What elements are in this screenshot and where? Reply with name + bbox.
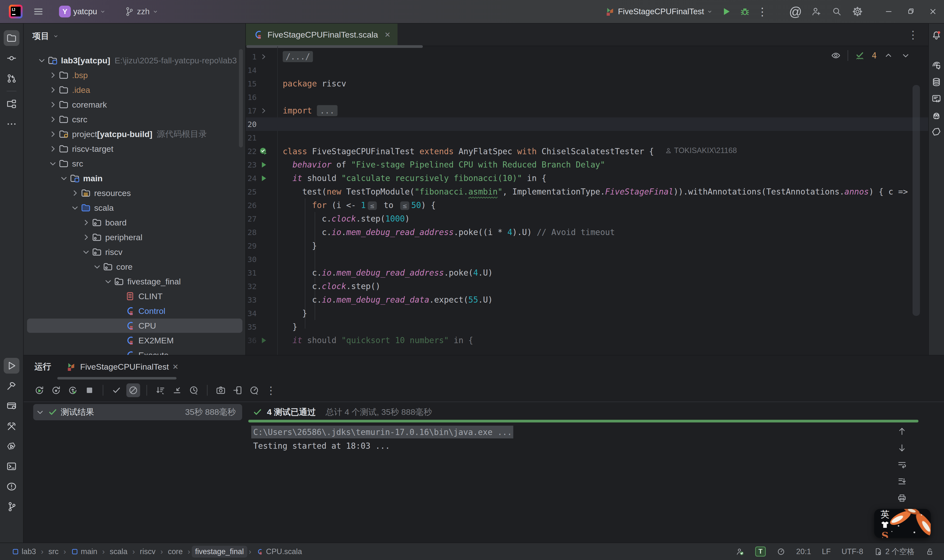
editor-tab-fivestagecpufinaltest[interactable]: FiveStageCPUFinalTest.scala ✕ [246,23,398,46]
breadcrumb-core[interactable]: core [165,546,186,557]
chevron-down-icon[interactable] [69,202,80,213]
pull-requests-icon[interactable] [4,71,19,86]
chevron-down-icon[interactable] [59,173,69,184]
code-line-27[interactable]: 27 c.clock.step(1000) [246,212,928,226]
sbt-hexagon-icon[interactable] [4,438,19,454]
tree-item-riscv[interactable]: riscv [23,245,246,259]
tree-item-idea[interactable]: .idea [23,83,246,97]
commit-icon[interactable] [4,50,19,66]
ime-mode-button[interactable]: 英 [881,509,889,519]
tree-item-bsp[interactable]: .bsp [23,68,246,83]
tree-item-main[interactable]: main [23,171,246,186]
project-widget[interactable]: Y yatcpu [55,4,110,19]
tree-item-resources[interactable]: resources [23,186,246,200]
profile-rerun-button[interactable] [66,383,80,397]
code-line-29[interactable]: 29 } [246,239,928,252]
code-line-28[interactable]: 28 c.io.mem_debug_read_address.poke((i *… [246,226,928,239]
code-with-me-button[interactable] [806,4,827,19]
project-tree-scrollbar[interactable] [239,49,243,148]
folded-region[interactable]: ... [317,105,338,116]
code-line-24[interactable]: 24 it should "calculate recursively fibo… [246,171,928,185]
more-horizontal-icon[interactable] [4,116,19,132]
author-annotation[interactable]: TOKISAKIX\21168 [665,146,737,155]
chevron-right-icon[interactable] [48,129,58,140]
code-line-17[interactable]: 17import ... [246,104,928,117]
hexagon-icon[interactable] [930,125,943,139]
test-duration-button[interactable] [187,383,201,397]
ime-skin-shirt-icon[interactable] [879,520,890,531]
ime-logo-button[interactable]: S [882,531,889,538]
breadcrumb-main[interactable]: main [68,546,101,557]
printer-button[interactable] [897,493,907,503]
close-tab-icon[interactable]: ✕ [384,31,391,39]
test-results-row[interactable]: 测试结果 35秒 888毫秒 [33,404,242,420]
tree-item-control[interactable]: Control [23,303,246,318]
code-line-1[interactable]: 1/.../ [246,50,928,63]
breadcrumb-lab3[interactable]: lab3 [8,546,40,557]
project-folder-icon[interactable] [4,30,19,46]
next-problem-icon[interactable] [900,50,911,61]
tree-item-execute[interactable]: Execute [23,348,246,355]
tree-item-core[interactable]: core [23,259,246,274]
line-ending-widget[interactable]: LF [822,547,831,556]
run-test-gutter-icon[interactable] [257,171,270,185]
inlay-hint[interactable]: ≤ [368,202,377,210]
chevron-right-icon[interactable] [48,143,58,154]
code-line-32[interactable]: 32 c.clock.step() [246,280,928,293]
run-test-gutter-icon[interactable] [257,145,270,158]
breadcrumb-cpu-scala[interactable]: CPU.scala [253,546,305,557]
project-panel-header[interactable]: 项目 [32,31,59,42]
settings-button[interactable] [847,4,868,19]
rerun-failed-button[interactable] [49,383,63,397]
editor-area[interactable]: FiveStageCPUFinalTest.scala ✕ ⋮ 1/.../14… [246,23,928,355]
code-line-15[interactable]: 15package riscv [246,77,928,91]
debug-button[interactable] [736,4,754,19]
grammar-check-icon[interactable] [736,547,744,556]
code-line-31[interactable]: 31 c.io.mem_debug_read_address.poke(4.U) [246,266,928,280]
indent-widget[interactable]: 2 个空格 [874,546,915,557]
breadcrumb-src[interactable]: src [45,546,62,557]
inspections-ok-icon[interactable] [855,50,865,61]
run-tab-fivestagecpufinaltest[interactable]: FiveStageCPUFinalTest ✕ [66,361,179,372]
search-everywhere-button[interactable] [827,4,847,19]
tree-item-src[interactable]: src [23,156,246,171]
close-button[interactable] [922,0,944,23]
documentation-icon[interactable] [930,92,943,106]
problems-icon[interactable] [4,479,19,494]
git-branch-icon[interactable] [4,499,19,515]
chevron-down-icon[interactable] [36,55,47,66]
run-button[interactable] [717,4,736,19]
chevron-right-icon[interactable] [81,232,91,243]
database-icon[interactable] [930,75,943,89]
tree-item-lab3[interactable]: lab3 [yatcpu]E:\jizu\2025-fall-yatcpu-re… [23,53,246,68]
chevron-down-icon[interactable] [92,262,102,272]
tree-item-cpu[interactable]: CPU [23,318,246,333]
code-editor[interactable]: 1/.../1415package riscv1617import ...202… [246,46,928,355]
chevron-right-icon[interactable] [81,217,91,228]
chevron-down-icon[interactable] [33,407,47,417]
run-configuration-selector[interactable]: FiveStageCPUFinalTest [601,4,717,19]
inspections-count[interactable]: 4 [872,51,877,60]
ai-assistant-icon[interactable] [930,58,943,72]
services-icon[interactable] [4,398,19,414]
stop-button[interactable] [83,383,96,397]
run-test-gutter-icon[interactable] [257,158,270,171]
chevron-down-icon[interactable] [81,246,91,257]
statistics-button[interactable] [247,383,261,397]
structure-icon[interactable] [4,96,19,112]
code-line-25[interactable]: 25 test(new TestTopModule("fibonacci.asm… [246,185,928,198]
tree-item-riscv-target[interactable]: riscv-target [23,142,246,156]
chevron-right-icon[interactable] [48,114,58,125]
chevron-right-icon[interactable] [48,85,58,95]
folded-region[interactable]: /.../ [283,51,313,62]
chevron-down-icon[interactable] [103,276,114,287]
soft-wrap-button[interactable] [897,460,907,470]
translate-widget[interactable]: T [755,546,766,557]
arrow-down-button[interactable] [897,443,907,453]
code-line-22[interactable]: 22class FiveStageCPUFinalTest extends An… [246,145,928,158]
tree-item-peripheral[interactable]: peripheral [23,230,246,245]
code-line-26[interactable]: 26 for (i <- 1≤ to ≤50) { [246,198,928,212]
terminal-icon[interactable] [4,458,19,474]
inlay-hint[interactable]: ≤ [400,202,409,210]
fold-arrow-icon[interactable] [257,50,270,63]
